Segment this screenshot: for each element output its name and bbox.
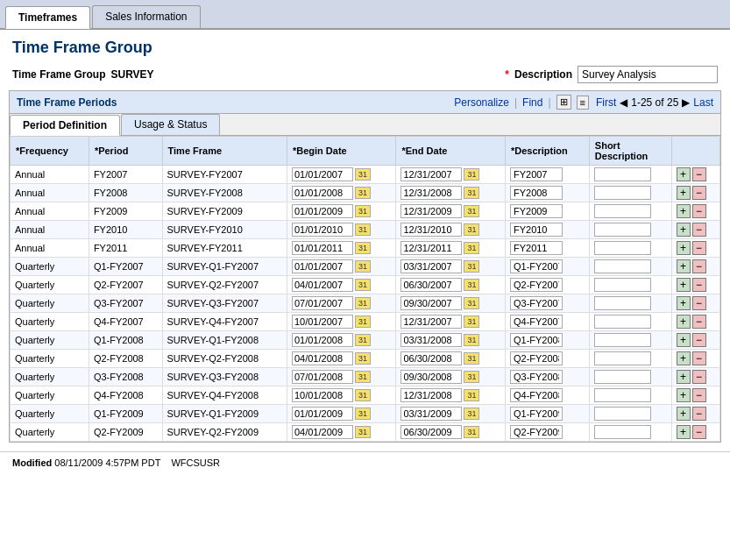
short-desc-input[interactable] [594, 204, 651, 218]
begin-date-input[interactable] [292, 278, 353, 292]
remove-row-button[interactable]: − [692, 259, 706, 273]
remove-row-button[interactable]: − [692, 388, 706, 402]
description-cell-input[interactable] [510, 407, 563, 421]
begin-date-input[interactable] [292, 167, 353, 181]
personalize-link[interactable]: Personalize [454, 96, 509, 109]
description-cell-input[interactable] [510, 370, 563, 384]
begin-date-calendar-button[interactable]: 31 [355, 168, 371, 181]
description-cell-input[interactable] [510, 388, 563, 402]
remove-row-button[interactable]: − [692, 296, 706, 310]
short-desc-input[interactable] [594, 425, 651, 439]
add-row-button[interactable]: + [677, 333, 691, 347]
end-date-input[interactable] [400, 425, 462, 439]
short-desc-input[interactable] [594, 241, 651, 255]
begin-date-input[interactable] [292, 315, 353, 329]
tab-period-definition[interactable]: Period Definition [10, 115, 120, 136]
add-row-button[interactable]: + [677, 296, 691, 310]
begin-date-calendar-button[interactable]: 31 [355, 426, 371, 438]
begin-date-calendar-button[interactable]: 31 [355, 315, 371, 328]
begin-date-calendar-button[interactable]: 31 [355, 260, 371, 273]
end-date-calendar-button[interactable]: 31 [464, 260, 479, 273]
add-row-button[interactable]: + [677, 223, 691, 237]
nav-next-icon[interactable]: ▶ [682, 96, 690, 109]
end-date-calendar-button[interactable]: 31 [464, 334, 479, 346]
end-date-calendar-button[interactable]: 31 [464, 389, 479, 401]
end-date-input[interactable] [400, 315, 462, 329]
description-cell-input[interactable] [510, 296, 563, 310]
add-row-button[interactable]: + [677, 425, 691, 439]
end-date-calendar-button[interactable]: 31 [464, 187, 479, 199]
description-cell-input[interactable] [510, 259, 563, 273]
begin-date-input[interactable] [292, 223, 353, 237]
first-link[interactable]: First [596, 96, 616, 109]
begin-date-input[interactable] [292, 241, 353, 255]
chart-view-button[interactable]: ≡ [577, 96, 589, 110]
begin-date-input[interactable] [292, 370, 353, 384]
remove-row-button[interactable]: − [692, 333, 706, 347]
short-desc-input[interactable] [594, 315, 651, 329]
end-date-input[interactable] [400, 223, 462, 237]
end-date-calendar-button[interactable]: 31 [464, 242, 479, 254]
add-row-button[interactable]: + [677, 259, 691, 273]
begin-date-calendar-button[interactable]: 31 [355, 371, 371, 383]
remove-row-button[interactable]: − [692, 425, 706, 439]
begin-date-input[interactable] [292, 425, 353, 439]
end-date-input[interactable] [400, 278, 462, 292]
add-row-button[interactable]: + [677, 278, 691, 292]
end-date-input[interactable] [400, 333, 462, 347]
end-date-calendar-button[interactable]: 31 [464, 315, 479, 328]
short-desc-input[interactable] [594, 407, 651, 421]
short-desc-input[interactable] [594, 167, 651, 181]
remove-row-button[interactable]: − [692, 204, 706, 218]
tab-sales-information[interactable]: Sales Information [92, 5, 200, 28]
end-date-input[interactable] [400, 241, 462, 255]
end-date-calendar-button[interactable]: 31 [464, 426, 479, 438]
short-desc-input[interactable] [594, 186, 651, 200]
remove-row-button[interactable]: − [692, 186, 706, 200]
begin-date-input[interactable] [292, 388, 353, 402]
short-desc-input[interactable] [594, 370, 651, 384]
end-date-input[interactable] [400, 388, 462, 402]
remove-row-button[interactable]: − [692, 223, 706, 237]
end-date-calendar-button[interactable]: 31 [464, 279, 479, 291]
description-cell-input[interactable] [510, 315, 563, 329]
begin-date-calendar-button[interactable]: 31 [355, 187, 371, 199]
add-row-button[interactable]: + [677, 241, 691, 255]
begin-date-input[interactable] [292, 204, 353, 218]
end-date-calendar-button[interactable]: 31 [464, 371, 479, 383]
begin-date-input[interactable] [292, 333, 353, 347]
remove-row-button[interactable]: − [692, 407, 706, 421]
description-cell-input[interactable] [510, 333, 563, 347]
description-cell-input[interactable] [510, 351, 563, 365]
remove-row-button[interactable]: − [692, 167, 706, 181]
begin-date-calendar-button[interactable]: 31 [355, 279, 371, 291]
end-date-input[interactable] [400, 259, 462, 273]
end-date-input[interactable] [400, 186, 462, 200]
end-date-calendar-button[interactable]: 31 [464, 297, 479, 309]
add-row-button[interactable]: + [677, 204, 691, 218]
short-desc-input[interactable] [594, 223, 651, 237]
short-desc-input[interactable] [594, 278, 651, 292]
begin-date-input[interactable] [292, 351, 353, 365]
add-row-button[interactable]: + [677, 388, 691, 402]
begin-date-calendar-button[interactable]: 31 [355, 223, 371, 236]
end-date-calendar-button[interactable]: 31 [464, 408, 479, 420]
end-date-calendar-button[interactable]: 31 [464, 223, 479, 236]
tab-timeframes[interactable]: Timeframes [5, 6, 90, 29]
description-cell-input[interactable] [510, 425, 563, 439]
add-row-button[interactable]: + [677, 407, 691, 421]
end-date-input[interactable] [400, 370, 462, 384]
begin-date-input[interactable] [292, 259, 353, 273]
add-row-button[interactable]: + [677, 370, 691, 384]
remove-row-button[interactable]: − [692, 241, 706, 255]
short-desc-input[interactable] [594, 351, 651, 365]
end-date-input[interactable] [400, 296, 462, 310]
begin-date-calendar-button[interactable]: 31 [355, 408, 371, 420]
description-cell-input[interactable] [510, 204, 563, 218]
begin-date-calendar-button[interactable]: 31 [355, 352, 371, 365]
nav-prev-icon[interactable]: ◀ [620, 96, 627, 109]
begin-date-input[interactable] [292, 296, 353, 310]
add-row-button[interactable]: + [677, 186, 691, 200]
add-row-button[interactable]: + [677, 167, 691, 181]
short-desc-input[interactable] [594, 296, 651, 310]
